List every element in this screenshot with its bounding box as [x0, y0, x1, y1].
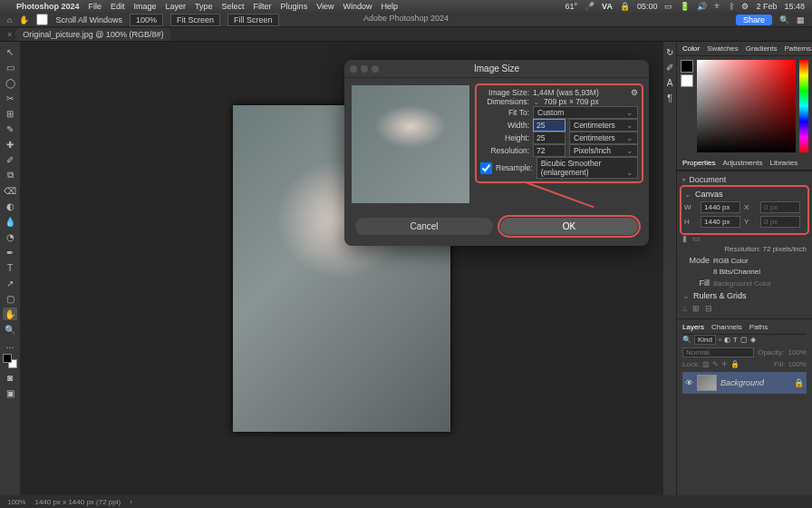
layer-name[interactable]: Background	[720, 378, 764, 387]
scroll-all-checkbox[interactable]	[36, 14, 48, 25]
search-icon[interactable]: 🔍	[779, 15, 789, 24]
screenmode-icon[interactable]: ▣	[3, 386, 17, 399]
kind-select[interactable]: Kind	[694, 335, 716, 345]
mode-select[interactable]: RGB Color	[713, 257, 807, 265]
grid-icon[interactable]: ⊞	[692, 304, 700, 313]
close-window-icon[interactable]	[350, 65, 357, 73]
tool-zoom[interactable]: 🔍	[3, 323, 17, 336]
tool-crop[interactable]: ✂	[3, 92, 17, 104]
menu-view[interactable]: View	[316, 2, 334, 11]
tool-eyedrop[interactable]: ✎	[3, 122, 17, 135]
layer-thumbnail[interactable]	[697, 375, 717, 391]
filter-type-icon[interactable]: T	[733, 336, 738, 344]
visibility-icon[interactable]: 👁	[685, 378, 693, 387]
layer-background[interactable]: 👁 Background 🔒	[682, 372, 807, 394]
dock-history-icon[interactable]: ↻	[666, 47, 673, 57]
status-dims[interactable]: 1440 px x 1440 px (72 ppi)	[34, 498, 121, 506]
display-icon[interactable]: ▭	[664, 2, 672, 11]
color-picker[interactable]	[677, 56, 812, 156]
ok-button[interactable]: OK	[500, 218, 638, 235]
resolution-field[interactable]	[533, 144, 566, 157]
share-button[interactable]: Share	[736, 15, 772, 25]
fit-screen-button[interactable]: Fit Screen	[170, 14, 220, 26]
tool-gradient[interactable]: ◐	[3, 200, 17, 212]
status-arrow-icon[interactable]: ›	[130, 498, 132, 506]
width-input[interactable]	[701, 201, 740, 213]
bits-select[interactable]: 8 Bits/Channel	[713, 268, 807, 276]
mic-icon[interactable]: 🎤	[585, 2, 594, 11]
tab-paths[interactable]: Paths	[749, 323, 768, 331]
tab-color[interactable]: Color	[682, 44, 700, 53]
tool-marquee[interactable]: ▭	[3, 61, 17, 73]
status-zoom[interactable]: 100%	[7, 498, 25, 506]
home-icon[interactable]: ⌂	[7, 15, 12, 24]
dock-brush-icon[interactable]: ✐	[666, 63, 673, 73]
menu-plugins[interactable]: Plugins	[281, 2, 308, 11]
tab-gradients[interactable]: Gradients	[746, 44, 778, 53]
menu-layer[interactable]: Layer	[166, 2, 187, 11]
x-input[interactable]	[760, 201, 800, 213]
ruler-icon[interactable]: ⟂	[682, 304, 687, 313]
hue-slider[interactable]	[799, 60, 808, 152]
tab-layers[interactable]: Layers	[682, 323, 704, 331]
fg-bg-swatch[interactable]	[3, 354, 17, 368]
menu-file[interactable]: File	[89, 2, 102, 11]
tool-more[interactable]: …	[3, 338, 17, 351]
fill2-value[interactable]: 100%	[788, 360, 807, 368]
tool-blur[interactable]: 💧	[3, 215, 17, 228]
width-unit-select[interactable]: Centimeters	[569, 119, 638, 132]
filter-pixel-icon[interactable]: ▫	[719, 336, 721, 344]
lock-pixel-icon[interactable]: ✎	[712, 360, 719, 368]
gear-icon[interactable]: ⚙	[631, 88, 638, 97]
tab-libraries[interactable]: Libraries	[770, 159, 798, 167]
zoom-window-icon[interactable]	[372, 65, 379, 73]
tool-clone[interactable]: ⧉	[3, 169, 17, 181]
blend-select[interactable]: Normal	[682, 347, 754, 357]
orient-portrait-icon[interactable]: ▮	[682, 234, 687, 243]
bluetooth-icon[interactable]: ᛒ	[730, 2, 734, 11]
bg-swatch[interactable]	[681, 74, 693, 87]
tab-channels[interactable]: Channels	[711, 323, 742, 331]
hand-tool-icon[interactable]: ✋	[19, 15, 29, 24]
tab-patterns[interactable]: Patterns	[785, 44, 812, 53]
tool-type[interactable]: T	[3, 261, 17, 274]
battery-icon[interactable]: 🔋	[680, 2, 690, 11]
menu-filter[interactable]: Filter	[254, 2, 272, 11]
height-unit-select[interactable]: Centimeters	[569, 132, 638, 144]
lock-icon[interactable]: 🔒	[620, 2, 630, 11]
chevron-down-icon[interactable]: ⌄	[533, 97, 540, 106]
opacity-value[interactable]: 100%	[788, 348, 807, 357]
fg-swatch[interactable]	[681, 60, 693, 73]
menu-image[interactable]: Image	[134, 2, 157, 11]
filter-shape-icon[interactable]: ▢	[740, 336, 748, 344]
height-input[interactable]	[701, 216, 740, 228]
y-input[interactable]	[760, 216, 800, 228]
width-field[interactable]	[533, 119, 566, 132]
menu-select[interactable]: Select	[222, 2, 245, 11]
tool-shape[interactable]: ▢	[3, 292, 17, 305]
zoom-value[interactable]: 100%	[130, 14, 163, 26]
tab-properties[interactable]: Properties	[682, 159, 715, 167]
fill-screen-button[interactable]: Fill Screen	[227, 14, 279, 26]
wifi-icon[interactable]: ᯤ	[714, 2, 722, 11]
tab-adjustments[interactable]: Adjustments	[722, 159, 762, 167]
minimize-window-icon[interactable]	[361, 65, 368, 73]
height-field[interactable]	[533, 132, 566, 144]
menu-window[interactable]: Window	[343, 2, 372, 11]
dock-char-icon[interactable]: A	[667, 78, 673, 88]
quickmask-icon[interactable]: ◙	[3, 371, 17, 384]
resolution-unit-select[interactable]: Pixels/Inch	[569, 144, 638, 157]
tool-brush[interactable]: ✐	[3, 153, 17, 166]
orient-landscape-icon[interactable]: ▭	[692, 234, 701, 243]
fill-select[interactable]: Background Color	[713, 279, 807, 288]
tool-heal[interactable]: ✚	[3, 138, 17, 151]
resample-checkbox[interactable]	[480, 162, 492, 174]
tool-move[interactable]: ↖	[3, 45, 17, 58]
resample-select[interactable]: Bicubic Smoother (enlargement)	[536, 157, 638, 179]
tab-close-icon[interactable]: ×	[4, 30, 15, 39]
tool-path[interactable]: ↗	[3, 277, 17, 289]
volume-icon[interactable]: 🔊	[697, 2, 707, 11]
app-name[interactable]: Photoshop 2024	[16, 2, 80, 11]
filter-smart-icon[interactable]: ◈	[750, 336, 756, 344]
tool-frame[interactable]: ⊞	[3, 107, 17, 120]
